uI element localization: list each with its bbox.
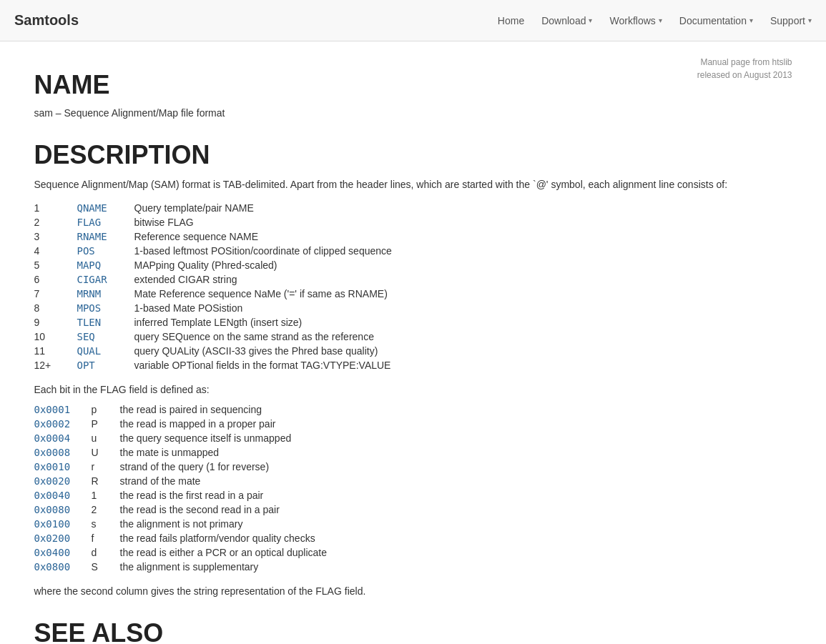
flag-char: s [92,518,120,530]
field-num: 10 [34,331,77,342]
flag-hex: 0x0800 [34,561,92,573]
flag-hex: 0x0040 [34,490,92,501]
flag-desc: the read fails platform/vendor quality c… [120,532,792,544]
field-num: 2 [34,217,77,228]
flag-desc: the read is paired in sequencing [120,404,792,415]
field-name: MAPQ [77,259,134,271]
flag-hex: 0x0010 [34,461,92,472]
table-row: 8 MPOS 1-based Mate POSistion [34,301,792,315]
nav-workflows[interactable]: Workflows ▾ [609,15,662,26]
field-name: TLEN [77,317,134,328]
field-name: QUAL [77,345,134,357]
flag-char: U [92,447,120,458]
flag-char: R [92,475,120,487]
table-row: 0x0008 U the mate is unmapped [34,445,792,460]
field-name: SEQ [77,331,134,342]
flag-char: f [92,532,120,544]
nav-home[interactable]: Home [498,15,524,26]
flag-char: r [92,461,120,472]
table-row: 3 RNAME Reference sequence NAME [34,229,792,244]
field-desc: query QUALity (ASCII-33 gives the Phred … [134,345,792,357]
flag-hex: 0x0004 [34,432,92,444]
field-name: MPOS [77,302,134,314]
flag-hex: 0x0001 [34,404,92,415]
field-num: 8 [34,302,77,314]
flag-desc: the mate is unmapped [120,447,792,458]
site-brand[interactable]: Samtools [14,12,79,29]
table-row: 0x0004 u the query sequence itself is un… [34,431,792,445]
flag-hex: 0x0080 [34,504,92,515]
nav-download[interactable]: Download ▾ [541,15,592,26]
flag-hex: 0x0200 [34,532,92,544]
nav-support[interactable]: Support ▾ [770,15,812,26]
table-row: 0x0040 1 the read is the first read in a… [34,488,792,502]
table-row: 0x0800 S the alignment is supplementary [34,560,792,574]
flag-char: u [92,432,120,444]
field-num: 7 [34,288,77,299]
description-intro: Sequence Alignment/Map (SAM) format is T… [34,177,792,192]
name-section-title: NAME [34,70,792,100]
flag-char: 1 [92,490,120,501]
support-dropdown-arrow: ▾ [808,16,812,24]
field-num: 9 [34,317,77,328]
documentation-dropdown-arrow: ▾ [749,16,753,24]
table-row: 2 FLAG bitwise FLAG [34,215,792,229]
see-also-title: SEE ALSO [34,618,792,644]
description-section-title: DESCRIPTION [34,140,792,170]
field-num: 5 [34,259,77,271]
table-row: 11 QUAL query QUALity (ASCII-33 gives th… [34,344,792,358]
meta-note: Manual page from htslib released on Augu… [697,56,792,81]
field-name: OPT [77,360,134,371]
flag-desc: the read is the second read in a pair [120,504,792,515]
table-row: 12+ OPT variable OPTional fields in the … [34,358,792,372]
field-desc: 1-based leftmost POSition/coordinate of … [134,245,792,257]
field-desc: extended CIGAR string [134,274,792,285]
table-row: 0x0001 p the read is paired in sequencin… [34,402,792,417]
flag-char: P [92,418,120,430]
table-row: 0x0400 d the read is either a PCR or an … [34,545,792,560]
field-num: 6 [34,274,77,285]
name-subtitle: sam – Sequence Alignment/Map file format [34,107,792,119]
table-row: 0x0200 f the read fails platform/vendor … [34,531,792,545]
field-desc: inferred Template LENgth (insert size) [134,317,792,328]
field-desc: bitwise FLAG [134,217,792,228]
flag-desc: the read is the first read in a pair [120,490,792,501]
flag-hex: 0x0008 [34,447,92,458]
flag-char: p [92,404,120,415]
table-row: 9 TLEN inferred Template LENgth (insert … [34,315,792,330]
flag-desc: strand of the query (1 for reverse) [120,461,792,472]
navigation: Samtools Home Download ▾ Workflows ▾ Doc… [0,0,826,41]
flag-char: d [92,547,120,558]
download-dropdown-arrow: ▾ [589,16,592,24]
field-desc: query SEQuence on the same strand as the… [134,331,792,342]
field-desc: MAPping Quality (Phred-scaled) [134,259,792,271]
workflows-dropdown-arrow: ▾ [659,16,662,24]
table-row: 0x0010 r strand of the query (1 for reve… [34,460,792,474]
nav-documentation[interactable]: Documentation ▾ [679,15,753,26]
flag-desc: the query sequence itself is unmapped [120,432,792,444]
field-desc: 1-based Mate POSistion [134,302,792,314]
flag-desc: the read is either a PCR or an optical d… [120,547,792,558]
fields-table: 1 QNAME Query template/pair NAME 2 FLAG … [34,201,792,372]
flag-hex: 0x0002 [34,418,92,430]
field-desc: Mate Reference sequence NaMe ('=' if sam… [134,288,792,299]
flag-note: where the second column gives the string… [34,585,792,597]
field-num: 11 [34,345,77,357]
field-name: CIGAR [77,274,134,285]
table-row: 6 CIGAR extended CIGAR string [34,272,792,287]
table-row: 10 SEQ query SEQuence on the same strand… [34,330,792,344]
flag-desc: strand of the mate [120,475,792,487]
flag-desc: the alignment is not primary [120,518,792,530]
table-row: 0x0002 P the read is mapped in a proper … [34,417,792,431]
flag-hex: 0x0400 [34,547,92,558]
flag-char: 2 [92,504,120,515]
table-row: 5 MAPQ MAPping Quality (Phred-scaled) [34,258,792,272]
field-num: 3 [34,231,77,242]
field-name: RNAME [77,231,134,242]
nav-links: Home Download ▾ Workflows ▾ Documentatio… [498,15,812,26]
field-desc: Reference sequence NAME [134,231,792,242]
field-name: QNAME [77,202,134,214]
field-num: 12+ [34,360,77,371]
flag-intro: Each bit in the FLAG field is defined as… [34,384,792,395]
field-name: POS [77,245,134,257]
